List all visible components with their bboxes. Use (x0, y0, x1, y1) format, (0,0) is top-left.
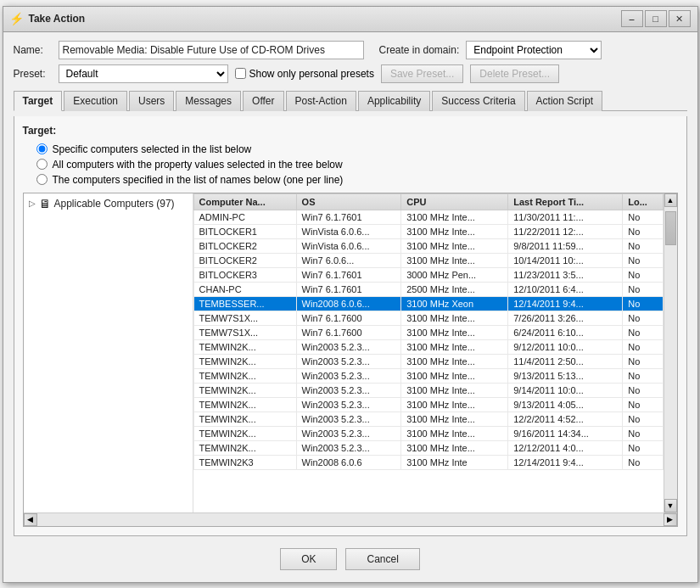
tab-messages[interactable]: Messages (176, 91, 241, 111)
tab-applicability[interactable]: Applicability (358, 91, 430, 111)
cpu-cell: 3100 MHz Inte... (401, 238, 508, 253)
lo-cell: No (623, 426, 663, 440)
scroll-left-button[interactable]: ◀ (24, 513, 37, 526)
scroll-down-button[interactable]: ▼ (664, 499, 677, 512)
table-row[interactable]: BITLOCKER3Win7 6.1.76013000 MHz Pen...11… (193, 267, 663, 282)
domain-select[interactable]: Endpoint Protection (466, 41, 602, 59)
os-cell: Win2003 5.2.3... (296, 383, 401, 397)
scroll-track[interactable] (664, 207, 677, 499)
tab-action-script[interactable]: Action Script (527, 91, 602, 111)
table-row[interactable]: TEMWIN2K...Win2003 5.2.3...3100 MHz Inte… (193, 426, 663, 440)
list-panel[interactable]: Computer Na... OS CPU Last Report Ti... … (193, 193, 664, 512)
cpu-cell: 3100 MHz Xeon (401, 296, 508, 311)
col-lo[interactable]: Lo... (623, 193, 663, 210)
show-personal-label[interactable]: Show only personal presets (235, 68, 374, 80)
cancel-button[interactable]: Cancel (345, 548, 419, 570)
target-section-label: Target: (23, 125, 678, 137)
tree-panel[interactable]: ▷ 🖥 Applicable Computers (97) (24, 193, 193, 512)
computer-cell: CHAN-PC (193, 282, 296, 296)
table-row[interactable]: CHAN-PCWin7 6.1.76012500 MHz Inte...12/1… (193, 282, 663, 296)
scroll-up-button[interactable]: ▲ (664, 193, 677, 207)
report-cell: 9/16/2011 14:34... (508, 426, 623, 440)
show-personal-checkbox[interactable] (235, 68, 246, 79)
computer-cell: TEMW7S1X... (193, 311, 296, 325)
table-row[interactable]: TEMW7S1X...Win7 6.1.76003100 MHz Inte...… (193, 311, 663, 325)
os-cell: Win7 6.0.6... (296, 253, 401, 267)
col-cpu[interactable]: CPU (401, 193, 508, 210)
radio-all[interactable]: All computers with the property values s… (36, 159, 678, 171)
cpu-cell: 3100 MHz Inte... (401, 224, 508, 238)
col-computer[interactable]: Computer Na... (193, 193, 296, 210)
radio-names[interactable]: The computers specified in the list of n… (36, 174, 678, 186)
table-row[interactable]: TEMWIN2K3Win2008 6.0.63100 MHz Inte12/14… (193, 455, 663, 469)
report-cell: 11/22/2011 12:... (508, 224, 623, 238)
table-row[interactable]: TEMWIN2K...Win2003 5.2.3...3100 MHz Inte… (193, 383, 663, 397)
cpu-cell: 3100 MHz Inte... (401, 440, 508, 455)
computer-cell: ADMIN-PC (193, 210, 296, 224)
h-scroll-track[interactable] (37, 513, 664, 526)
ok-button[interactable]: OK (280, 548, 337, 570)
maximize-button[interactable]: □ (645, 10, 667, 27)
computer-cell: BITLOCKER2 (193, 238, 296, 253)
table-row[interactable]: BITLOCKER2WinVista 6.0.6...3100 MHz Inte… (193, 238, 663, 253)
table-row[interactable]: BITLOCKER1WinVista 6.0.6...3100 MHz Inte… (193, 224, 663, 238)
table-row[interactable]: TEMWIN2K...Win2003 5.2.3...3100 MHz Inte… (193, 339, 663, 354)
table-row[interactable]: TEMWIN2K...Win2003 5.2.3...3100 MHz Inte… (193, 412, 663, 426)
tree-node-label: Applicable Computers (97) (54, 198, 175, 210)
table-row[interactable]: TEMWIN2K...Win2003 5.2.3...3100 MHz Inte… (193, 354, 663, 368)
table-row[interactable]: TEMBESSER...Win2008 6.0.6...3100 MHz Xeo… (193, 296, 663, 311)
tab-offer[interactable]: Offer (243, 91, 283, 111)
tab-strip: Target Execution Users Messages Offer Po… (14, 90, 687, 111)
horizontal-scrollbar[interactable]: ◀ ▶ (24, 512, 677, 526)
window-icon: ⚡ (10, 12, 24, 25)
report-cell: 9/14/2011 10:0... (508, 383, 623, 397)
table-container: ▷ 🖥 Applicable Computers (97) Computer N… (24, 193, 677, 512)
tree-expand-icon: ▷ (29, 199, 36, 208)
lo-cell: No (623, 440, 663, 455)
tree-node-applicable[interactable]: ▷ 🖥 Applicable Computers (97) (24, 193, 193, 214)
table-row[interactable]: TEMW7S1X...Win7 6.1.76003100 MHz Inte...… (193, 325, 663, 339)
computer-cell: TEMBESSER... (193, 296, 296, 311)
os-cell: Win7 6.1.7601 (296, 210, 401, 224)
title-bar-buttons: ‒ □ ✕ (621, 10, 691, 27)
delete-preset-button[interactable]: Delete Preset... (470, 64, 559, 83)
minimize-button[interactable]: ‒ (621, 10, 643, 27)
computer-cell: TEMWIN2K... (193, 440, 296, 455)
tab-execution[interactable]: Execution (64, 91, 127, 111)
lo-cell: No (623, 397, 663, 412)
table-row[interactable]: ADMIN-PCWin7 6.1.76013100 MHz Inte...11/… (193, 210, 663, 224)
computer-cell: TEMWIN2K... (193, 412, 296, 426)
save-preset-button[interactable]: Save Preset... (381, 64, 463, 83)
radio-specific[interactable]: Specific computers selected in the list … (36, 143, 678, 155)
table-header-row: Computer Na... OS CPU Last Report Ti... … (193, 193, 663, 210)
tab-post-action[interactable]: Post-Action (286, 91, 356, 111)
lo-cell: No (623, 282, 663, 296)
name-row: Name: Create in domain: Endpoint Protect… (14, 41, 687, 59)
col-last-report[interactable]: Last Report Ti... (508, 193, 623, 210)
scroll-thumb[interactable] (665, 211, 676, 245)
col-os[interactable]: OS (296, 193, 401, 210)
table-row[interactable]: TEMWIN2K...Win2003 5.2.3...3100 MHz Inte… (193, 397, 663, 412)
cpu-cell: 3100 MHz Inte... (401, 311, 508, 325)
table-row[interactable]: TEMWIN2K...Win2003 5.2.3...3100 MHz Inte… (193, 440, 663, 455)
tab-users[interactable]: Users (129, 91, 174, 111)
bottom-buttons: OK Cancel (14, 541, 687, 574)
cpu-cell: 3100 MHz Inte... (401, 397, 508, 412)
tab-content: Target: Specific computers selected in t… (14, 116, 687, 536)
scroll-right-button[interactable]: ▶ (664, 513, 677, 526)
lo-cell: No (623, 354, 663, 368)
vertical-scrollbar[interactable]: ▲ ▼ (664, 193, 677, 512)
os-cell: Win2003 5.2.3... (296, 354, 401, 368)
computer-cell: TEMWIN2K... (193, 397, 296, 412)
tab-target[interactable]: Target (14, 91, 63, 111)
lo-cell: No (623, 253, 663, 267)
os-cell: WinVista 6.0.6... (296, 238, 401, 253)
preset-select[interactable]: Default (59, 64, 228, 83)
name-input[interactable] (59, 41, 364, 59)
table-row[interactable]: TEMWIN2K...Win2003 5.2.3...3100 MHz Inte… (193, 368, 663, 383)
computer-cell: BITLOCKER2 (193, 253, 296, 267)
table-row[interactable]: BITLOCKER2Win7 6.0.6...3100 MHz Inte...1… (193, 253, 663, 267)
close-button[interactable]: ✕ (669, 10, 691, 27)
tab-success-criteria[interactable]: Success Criteria (432, 91, 524, 111)
os-cell: Win2003 5.2.3... (296, 426, 401, 440)
